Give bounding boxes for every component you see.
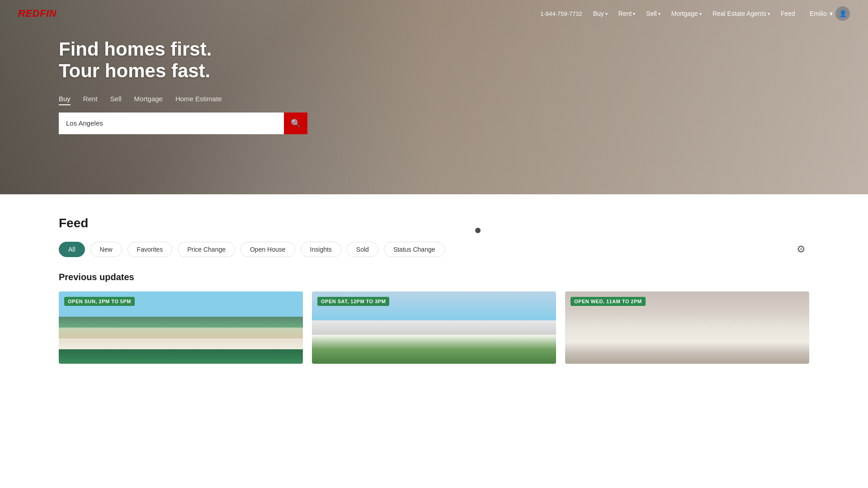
navbar-phone: 1-844-759-7732: [540, 10, 582, 17]
search-button[interactable]: 🔍: [284, 113, 307, 134]
hero-tab-buy[interactable]: Buy: [59, 95, 71, 105]
listing-card-1[interactable]: OPEN SUN, 2PM TO 5PM: [59, 291, 303, 364]
user-menu[interactable]: Emilio ▾ 👤: [810, 6, 850, 21]
filter-favorites[interactable]: Favorites: [127, 242, 173, 257]
nav-mortgage[interactable]: Mortgage ▾: [671, 10, 702, 17]
listing-card-2[interactable]: OPEN SAT, 12PM TO 3PM: [312, 291, 556, 364]
hero-tab-sell[interactable]: Sell: [110, 95, 122, 105]
nav-rent[interactable]: Rent ▾: [618, 10, 636, 17]
hero-headline: Find homes first. Tour homes fast.: [59, 38, 307, 82]
user-chevron-icon: ▾: [830, 10, 833, 17]
filter-open-house[interactable]: Open House: [241, 242, 295, 257]
mortgage-chevron-icon: ▾: [699, 11, 702, 16]
user-icon: 👤: [839, 10, 847, 17]
navbar-center: 1-844-759-7732 Buy ▾ Rent ▾ Sell ▾ Mortg…: [540, 10, 795, 17]
hero-tab-rent[interactable]: Rent: [83, 95, 98, 105]
sell-chevron-icon: ▾: [658, 11, 660, 16]
rent-chevron-icon: ▾: [633, 11, 635, 16]
feed-section: Feed All New Favorites Price Change Open…: [0, 194, 868, 364]
previous-updates-label: Previous updates: [59, 272, 809, 282]
redfin-logo[interactable]: REDFIN: [18, 8, 57, 19]
hero-section: Find homes first. Tour homes fast. Buy R…: [0, 0, 868, 194]
hero-tab-home-estimate[interactable]: Home Estimate: [175, 95, 222, 105]
hero-content: Find homes first. Tour homes fast. Buy R…: [59, 38, 307, 134]
nav-feed[interactable]: Feed: [781, 10, 795, 17]
filter-status-change[interactable]: Status Change: [384, 242, 445, 257]
avatar: 👤: [835, 6, 850, 21]
nav-agents[interactable]: Real Estate Agents ▾: [712, 10, 770, 17]
hero-tab-mortgage[interactable]: Mortgage: [134, 95, 163, 105]
nav-buy[interactable]: Buy ▾: [593, 10, 608, 17]
search-icon: 🔍: [291, 118, 301, 128]
settings-button[interactable]: ⚙: [793, 241, 809, 258]
search-bar: 🔍: [59, 113, 307, 134]
gear-icon: ⚙: [797, 244, 806, 255]
cards-row: OPEN SUN, 2PM TO 5PM OPEN SAT, 12PM TO 3…: [59, 291, 809, 364]
agents-chevron-icon: ▾: [768, 11, 770, 16]
feed-filters: All New Favorites Price Change Open Hous…: [59, 241, 809, 258]
filter-all[interactable]: All: [59, 242, 85, 257]
card-image-2: OPEN SAT, 12PM TO 3PM: [312, 291, 556, 364]
filter-sold[interactable]: Sold: [347, 242, 378, 257]
navbar: REDFIN 1-844-759-7732 Buy ▾ Rent ▾ Sell …: [0, 0, 868, 27]
open-house-badge-1: OPEN SUN, 2PM TO 5PM: [64, 297, 135, 306]
card-image-3: OPEN WED, 11AM TO 2PM: [565, 291, 809, 364]
buy-chevron-icon: ▾: [605, 11, 608, 16]
filter-new[interactable]: New: [90, 242, 122, 257]
nav-sell[interactable]: Sell ▾: [646, 10, 660, 17]
open-house-badge-2: OPEN SAT, 12PM TO 3PM: [317, 297, 389, 306]
open-house-badge-3: OPEN WED, 11AM TO 2PM: [571, 297, 646, 306]
feed-title: Feed: [59, 216, 809, 230]
listing-card-3[interactable]: OPEN WED, 11AM TO 2PM: [565, 291, 809, 364]
search-input[interactable]: [59, 113, 284, 134]
hero-tabs: Buy Rent Sell Mortgage Home Estimate: [59, 95, 307, 105]
filter-insights[interactable]: Insights: [301, 242, 341, 257]
navbar-right: Emilio ▾ 👤: [810, 6, 850, 21]
card-image-1: OPEN SUN, 2PM TO 5PM: [59, 291, 303, 364]
filter-price-change[interactable]: Price Change: [178, 242, 235, 257]
